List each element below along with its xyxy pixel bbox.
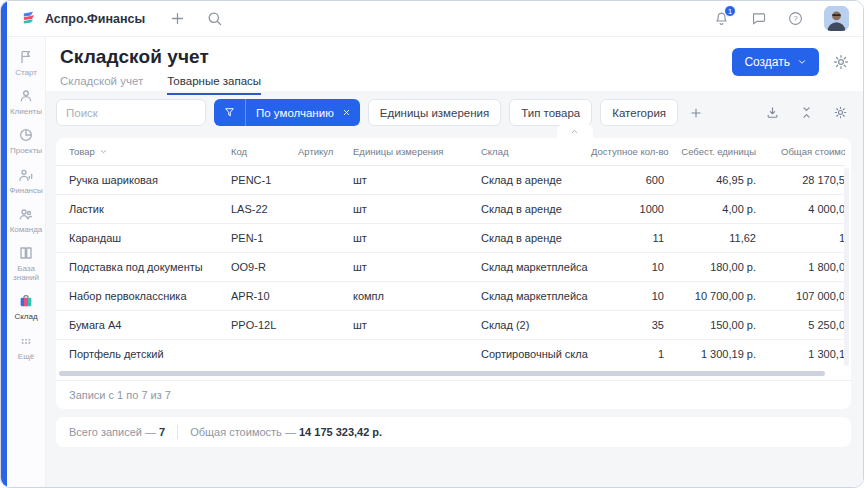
window-accent-edge — [1, 1, 7, 487]
search-input[interactable] — [56, 99, 206, 126]
active-filter-pill[interactable]: По умолчанию — [214, 99, 360, 126]
sidebar-item-clients[interactable]: Клиенты — [7, 88, 45, 116]
logo-icon — [21, 10, 38, 27]
table-row[interactable]: ЛастикLAS-22штСклад в аренде10004,00 р.4… — [56, 194, 845, 223]
chevron-down-icon — [797, 57, 807, 67]
column-header-7[interactable]: Общая стоимость — [756, 138, 845, 165]
vertical-scrollbar[interactable] — [844, 168, 849, 366]
horizontal-scrollbar-track — [56, 368, 851, 380]
column-header-2[interactable]: Артикул — [298, 138, 353, 165]
create-button[interactable]: Создать — [732, 48, 819, 76]
sidebar-item-finance[interactable]: Финансы — [7, 167, 45, 195]
cell-unit_cost: 1 300,19 р. — [664, 339, 756, 368]
user-icon — [18, 88, 34, 104]
cell-qty: 10 — [591, 281, 664, 310]
cell-unit: шт — [353, 310, 481, 339]
filter-chip-1[interactable]: Тип товара — [509, 99, 592, 126]
cell-article — [298, 281, 353, 310]
table-row[interactable]: КарандашPEN-1штСклад в аренде1111,621 — [56, 223, 845, 252]
cell-code — [231, 339, 298, 368]
table-row[interactable]: Набор первоклассникаAPR-10комплСклад мар… — [56, 281, 845, 310]
table-header-row: ТоварКодАртикулЕдиницы измеренияСкладДос… — [56, 138, 845, 165]
tab-bar: Складской учет Товарные запасы — [60, 75, 851, 95]
sidebar-item-warehouse[interactable]: Склад — [7, 293, 45, 321]
notifications-button[interactable]: 1 — [713, 10, 730, 27]
sort-chevron-icon — [99, 147, 108, 156]
sidebar-item-knowledge-base[interactable]: База знаний — [7, 245, 45, 282]
tab-goods-stock[interactable]: Товарные запасы — [167, 75, 261, 95]
funnel-icon[interactable] — [214, 99, 246, 126]
inventory-table: ТоварКодАртикулЕдиницы измеренияСкладДос… — [56, 138, 851, 409]
filter-chip-2[interactable]: Категория — [600, 99, 678, 126]
sidebar-item-start[interactable]: Старт — [7, 49, 45, 77]
cell-code: PPO-12L — [231, 310, 298, 339]
cell-warehouse: Склад маркетплейса — [481, 252, 591, 281]
column-header-0[interactable]: Товар — [56, 138, 231, 165]
horizontal-scrollbar-thumb[interactable] — [59, 371, 825, 376]
cell-qty: 35 — [591, 310, 664, 339]
collapse-rows-icon[interactable] — [799, 105, 814, 120]
cell-article — [298, 194, 353, 223]
cell-warehouse: Склад в аренде — [481, 223, 591, 252]
active-filter-label: По умолчанию — [246, 107, 339, 119]
cell-warehouse: Склад в аренде — [481, 165, 591, 194]
chat-icon[interactable] — [750, 10, 767, 27]
cell-unit — [353, 339, 481, 368]
book-icon — [18, 245, 34, 261]
tab-warehouse-accounting[interactable]: Складской учет — [60, 75, 143, 95]
cell-article — [298, 165, 353, 194]
person-chart-icon — [18, 167, 34, 183]
global-add-icon[interactable] — [169, 10, 186, 27]
cell-total: 1 800,0 — [756, 252, 845, 281]
cell-qty: 1 — [591, 339, 664, 368]
summary-divider — [177, 425, 178, 439]
cell-warehouse: Сортировочный скла — [481, 339, 591, 368]
sidebar-item-team[interactable]: Команда — [7, 206, 45, 234]
page-header: Складской учет Складской учет Товарные з… — [46, 37, 863, 91]
collapse-table-button[interactable] — [557, 124, 593, 138]
cell-unit: шт — [353, 165, 481, 194]
pie-icon — [18, 127, 34, 143]
chevron-up-icon — [570, 127, 579, 136]
sidebar: Старт Клиенты Проекты Финансы Команда Ба… — [7, 37, 46, 487]
cell-code: OO9-R — [231, 252, 298, 281]
cell-article — [298, 223, 353, 252]
filter-chip-0[interactable]: Единицы измерения — [368, 99, 501, 126]
cell-qty: 11 — [591, 223, 664, 252]
briefcase-color-icon — [18, 293, 34, 309]
table-settings-gear-icon[interactable] — [833, 105, 848, 120]
app-name: Аспро.Финансы — [45, 12, 145, 26]
cell-name: Набор первоклассника — [56, 281, 231, 310]
table-row[interactable]: Ручка шариковаяPENC-1штСклад в аренде600… — [56, 165, 845, 194]
cell-warehouse: Склад в аренде — [481, 194, 591, 223]
cell-code: PEN-1 — [231, 223, 298, 252]
help-icon[interactable]: ? — [787, 10, 804, 27]
column-header-3[interactable]: Единицы измерения — [353, 138, 481, 165]
table-row[interactable]: Подставка под документыOO9-RштСклад марк… — [56, 252, 845, 281]
sidebar-item-more[interactable]: Ещё — [7, 333, 45, 361]
column-header-6[interactable]: Себест. единицы — [664, 138, 756, 165]
column-header-5[interactable]: Доступное кол-во — [591, 138, 664, 165]
table-row[interactable]: Портфель детскийСортировочный скла11 300… — [56, 339, 845, 368]
cell-total: 1 — [756, 223, 845, 252]
flag-icon — [18, 49, 34, 65]
table-row[interactable]: Бумага А4PPO-12LштСклад (2)35150,00 р.5 … — [56, 310, 845, 339]
total-cost: Общая стоимость — 14 175 323,42 р. — [190, 426, 382, 438]
cell-name: Бумага А4 — [56, 310, 231, 339]
cell-unit: компл — [353, 281, 481, 310]
clear-filter-icon[interactable] — [339, 99, 360, 126]
add-filter-icon[interactable] — [689, 106, 703, 120]
create-button-label: Создать — [744, 55, 790, 69]
cell-unit_cost: 10 700,00 р. — [664, 281, 756, 310]
column-header-1[interactable]: Код — [231, 138, 298, 165]
user-avatar[interactable] — [824, 6, 849, 31]
page-settings-gear-icon[interactable] — [832, 53, 850, 71]
cell-qty: 1000 — [591, 194, 664, 223]
notification-badge: 1 — [724, 5, 736, 17]
cell-name: Подставка под документы — [56, 252, 231, 281]
sidebar-item-projects[interactable]: Проекты — [7, 127, 45, 155]
column-header-4[interactable]: Склад — [481, 138, 591, 165]
records-info: Записи с 1 по 7 из 7 — [56, 380, 851, 409]
export-download-icon[interactable] — [765, 105, 780, 120]
global-search-icon[interactable] — [206, 10, 223, 27]
